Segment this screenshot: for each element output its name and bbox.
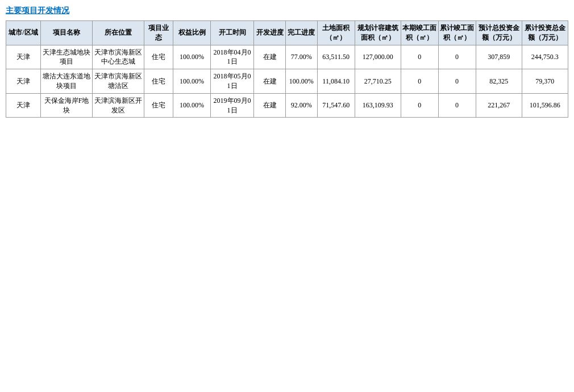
cell-comp-progress: 100.00% [285,69,317,94]
cell-cum-invest: 79,370 [522,69,568,94]
header-name: 项目名称 [40,21,92,45]
cell-cur-comp: 0 [401,93,438,118]
header-dev-progress: 开发进度 [254,21,286,45]
cell-cum-invest: 101,596.86 [522,93,568,118]
cell-ratio: 100.00% [173,93,211,118]
header-cum-invest: 累计投资总金额（万元） [522,21,568,45]
cell-type: 住宅 [144,93,173,118]
cell-name: 塘沽大连东道地块项目 [40,69,92,94]
header-ratio: 权益比例 [173,21,211,45]
table-row: 天津天津生态城地块项目天津市滨海新区中心生态城住宅100.00%2018年04月… [6,45,568,69]
header-cum-comp: 累计竣工面积（㎡） [438,21,476,45]
cell-start: 2019年09月01日 [211,93,254,118]
cell-cum-invest: 244,750.3 [522,45,568,69]
table-row: 天津塘沽大连东道地块项目天津市滨海新区塘沽区住宅100.00%2018年05月0… [6,69,568,94]
cell-cur-comp: 0 [401,69,438,94]
header-cur-comp: 本期竣工面积（㎡） [401,21,438,45]
header-start: 开工时间 [211,21,254,45]
cell-dev-progress: 在建 [254,45,286,69]
header-land-area: 土地面积（㎡） [317,21,355,45]
cell-land-area: 63,511.50 [317,45,355,69]
cell-est-invest: 82,325 [476,69,522,94]
cell-plan-area: 27,710.25 [355,69,401,94]
header-plan-area: 规划计容建筑面积（㎡） [355,21,401,45]
cell-type: 住宅 [144,69,173,94]
main-table: 城市/区域 项目名称 所在位置 项目业态 权益比例 开工时间 开发进度 完工进度… [6,20,568,118]
cell-name: 天保金海岸F地块 [40,93,92,118]
cell-cur-comp: 0 [401,45,438,69]
header-location: 所在位置 [93,21,144,45]
cell-start: 2018年04月01日 [211,45,254,69]
header-type: 项目业态 [144,21,173,45]
cell-land-area: 71,547.60 [317,93,355,118]
cell-land-area: 11,084.10 [317,69,355,94]
cell-ratio: 100.00% [173,45,211,69]
header-city: 城市/区域 [6,21,41,45]
cell-location: 天津市滨海新区中心生态城 [93,45,144,69]
page-title: 主要项目开发情况 [6,6,568,16]
cell-city: 天津 [6,93,41,118]
header-est-invest: 预计总投资金额（万元） [476,21,522,45]
cell-city: 天津 [6,69,41,94]
cell-est-invest: 221,267 [476,93,522,118]
table-row: 天津天保金海岸F地块天津滨海新区开发区住宅100.00%2019年09月01日在… [6,93,568,118]
cell-start: 2018年05月01日 [211,69,254,94]
cell-plan-area: 163,109.93 [355,93,401,118]
cell-cum-comp: 0 [438,93,476,118]
cell-city: 天津 [6,45,41,69]
header-comp-progress: 完工进度 [285,21,317,45]
cell-comp-progress: 77.00% [285,45,317,69]
cell-dev-progress: 在建 [254,93,286,118]
cell-cum-comp: 0 [438,45,476,69]
cell-ratio: 100.00% [173,69,211,94]
cell-dev-progress: 在建 [254,69,286,94]
cell-name: 天津生态城地块项目 [40,45,92,69]
cell-comp-progress: 92.00% [285,93,317,118]
cell-type: 住宅 [144,45,173,69]
cell-plan-area: 127,000.00 [355,45,401,69]
cell-location: 天津市滨海新区塘沽区 [93,69,144,94]
cell-est-invest: 307,859 [476,45,522,69]
cell-location: 天津滨海新区开发区 [93,93,144,118]
cell-cum-comp: 0 [438,69,476,94]
